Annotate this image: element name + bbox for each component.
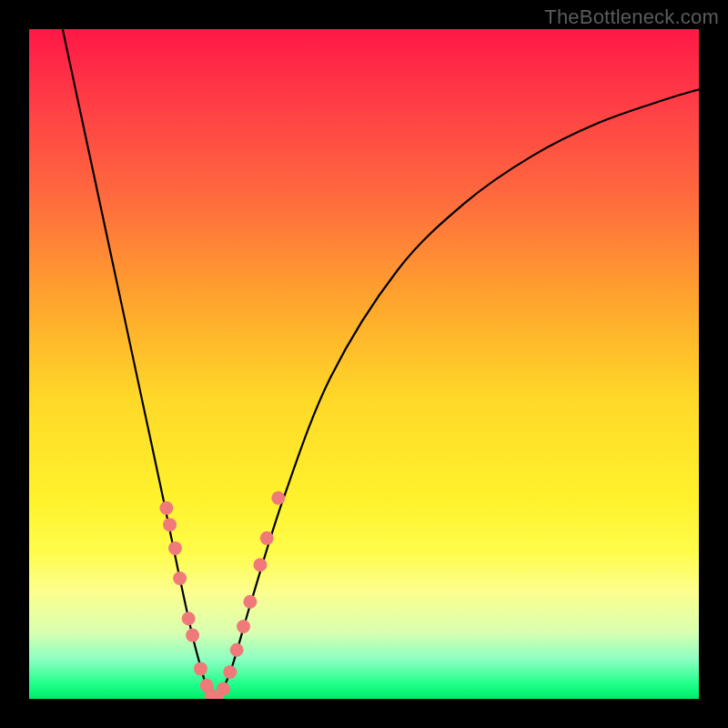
- data-point-marker: [223, 665, 237, 679]
- data-point-marker: [159, 501, 173, 515]
- bottleneck-curve: [63, 29, 699, 699]
- data-point-marker: [217, 682, 230, 695]
- data-point-marker: [237, 620, 250, 633]
- bottleneck-curve-svg: [29, 29, 699, 699]
- data-point-marker: [186, 629, 199, 642]
- plot-area: [29, 29, 699, 699]
- data-point-marker: [168, 541, 182, 555]
- data-point-marker: [194, 662, 207, 675]
- chart-frame: TheBottleneck.com: [0, 0, 728, 728]
- data-point-marker: [253, 558, 267, 571]
- data-point-marker: [173, 571, 187, 585]
- watermark-label: TheBottleneck.com: [544, 5, 719, 29]
- data-point-marker: [271, 491, 285, 505]
- data-point-marker: [163, 518, 177, 531]
- data-point-marker: [260, 531, 274, 545]
- data-point-marker: [243, 595, 257, 609]
- data-point-marker: [182, 612, 196, 625]
- data-point-marker: [230, 643, 244, 657]
